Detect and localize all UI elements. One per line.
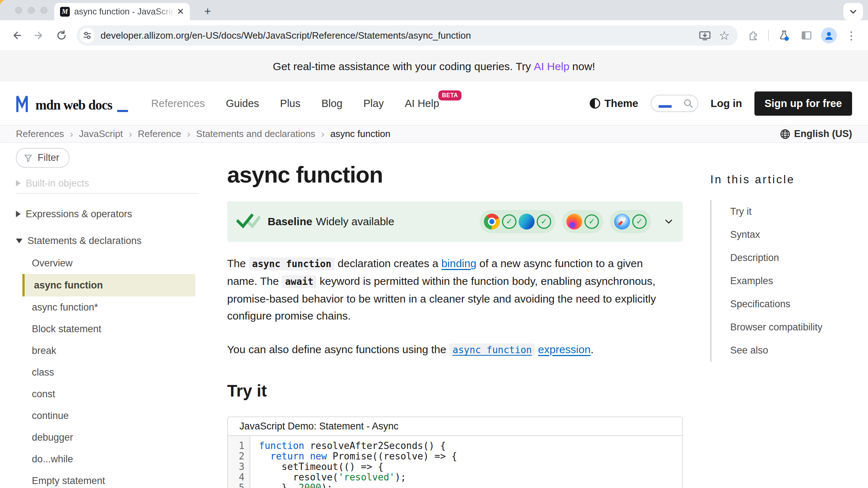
sidebar-item-break[interactable]: break — [22, 340, 195, 361]
nav-play[interactable]: Play — [363, 98, 384, 110]
forward-button[interactable] — [29, 25, 49, 46]
toc-item-examples[interactable]: Examples — [730, 269, 862, 292]
language-switcher[interactable]: English (US) — [780, 128, 852, 140]
firefox-pill: ✓ — [562, 210, 603, 233]
chrome-edge-pill: ✓ ✓ — [480, 210, 556, 233]
crumb-javascript[interactable]: JavaScript — [79, 128, 123, 140]
sidebar-item-do-while[interactable]: do...while — [22, 448, 195, 470]
menu-button[interactable]: ⋮ — [841, 25, 861, 46]
extensions-button[interactable] — [743, 25, 763, 46]
tune-icon — [82, 31, 92, 40]
experiments-button[interactable] — [774, 25, 794, 46]
toc-list: Try it Syntax Description Examples Speci… — [710, 200, 862, 362]
firefox-icon — [566, 214, 582, 230]
article: async function BaselineWidely available … — [227, 143, 683, 488]
banner-text-before: Get real-time assistance with your codin… — [273, 60, 531, 73]
site-settings-button[interactable] — [80, 28, 95, 43]
install-icon[interactable] — [699, 30, 711, 41]
code-editor[interactable]: 1 2 3 4 5 6 function resolveAfter2Second… — [228, 436, 682, 488]
puzzle-icon — [748, 30, 758, 41]
expression-link[interactable]: expression — [538, 343, 591, 355]
login-link[interactable]: Log in — [711, 98, 742, 110]
theme-icon — [589, 98, 601, 109]
reload-button[interactable] — [51, 25, 72, 46]
profile-button[interactable] — [819, 25, 839, 46]
nav-plus[interactable]: Plus — [280, 98, 300, 110]
new-tab-button[interactable]: + — [200, 4, 216, 20]
intro-paragraph: The async function declaration creates a… — [227, 255, 676, 324]
tab-search-button[interactable] — [843, 3, 863, 20]
sidebar-item-const[interactable]: const — [22, 383, 195, 405]
url-text[interactable]: developer.allizom.org/en-US/docs/Web/Jav… — [101, 30, 699, 41]
safari-needle — [618, 218, 626, 226]
line-number: 4 — [228, 472, 244, 483]
tryit-heading: Try it — [227, 381, 683, 401]
window-minimize-button[interactable] — [28, 7, 35, 14]
bookmark-star-icon[interactable]: ☆ — [719, 29, 730, 42]
toc-item-see-also[interactable]: See also — [730, 339, 862, 362]
sidebar-item-async-function-star[interactable]: async function* — [22, 296, 195, 318]
nav-blog[interactable]: Blog — [322, 98, 342, 110]
toc-item-description[interactable]: Description — [730, 246, 862, 269]
back-icon — [11, 30, 22, 41]
signup-button[interactable]: Sign up for free — [754, 91, 852, 116]
back-button[interactable] — [7, 25, 27, 46]
line-number: 1 — [228, 441, 244, 451]
mdn-favicon: M — [60, 7, 70, 17]
crumb-statements[interactable]: Statements and declarations — [196, 128, 315, 140]
reload-icon — [56, 30, 67, 41]
baseline-label: BaselineWidely available — [268, 215, 394, 228]
page-viewport: Get real-time assistance with your codin… — [0, 51, 868, 488]
window-zoom-button[interactable] — [41, 7, 47, 14]
person-icon — [824, 30, 834, 40]
crumb-references[interactable]: References — [16, 128, 64, 140]
sidebar-item-continue[interactable]: continue — [22, 405, 195, 427]
side-panel-button[interactable] — [796, 25, 817, 46]
chevron-down-icon[interactable] — [664, 217, 673, 226]
line-numbers: 1 2 3 4 5 6 — [228, 436, 250, 488]
sidebar-item-label: Expressions & operators — [26, 209, 132, 220]
binding-link[interactable]: binding — [441, 257, 476, 269]
check-circle-icon: ✓ — [632, 214, 647, 229]
expanded-triangle-icon — [16, 239, 22, 243]
sidebar-item-class[interactable]: class — [22, 361, 195, 383]
sidebar-item-overview[interactable]: Overview — [22, 252, 195, 274]
code-content[interactable]: function resolveAfter2Seconds() { return… — [250, 436, 682, 488]
toc-item-browser-compatibility[interactable]: Browser compatibility — [730, 316, 862, 339]
sidebar-item-statements[interactable]: Statements & declarations — [16, 229, 203, 252]
line-number: 5 — [228, 483, 244, 488]
tab-close-icon[interactable]: ✕ — [177, 7, 184, 17]
check-circle-icon: ✓ — [537, 214, 551, 229]
interactive-example: JavaScript Demo: Statement - Async 1 2 3… — [227, 416, 683, 488]
nav-ai-help[interactable]: AI Help BETA — [405, 98, 439, 110]
browser-tab[interactable]: M async function - JavaScript | ✕ — [54, 3, 190, 20]
toc-item-syntax[interactable]: Syntax — [730, 223, 862, 246]
nav-guides[interactable]: Guides — [226, 98, 259, 110]
sidebar-item-expressions[interactable]: Expressions & operators — [16, 202, 203, 226]
mdn-logo[interactable]: mdn web docs — [16, 94, 128, 113]
nav-references[interactable]: References — [151, 98, 205, 110]
text: . — [591, 343, 593, 355]
table-of-contents: In this article Try it Syntax Descriptio… — [710, 143, 862, 488]
sidebar-item-block-statement[interactable]: Block statement — [22, 318, 195, 340]
theme-toggle[interactable]: Theme — [589, 98, 638, 110]
address-bar[interactable]: developer.allizom.org/en-US/docs/Web/Jav… — [77, 25, 738, 46]
chevron-down-icon — [849, 7, 858, 16]
crumb-reference[interactable]: Reference — [138, 128, 181, 140]
code-line: function resolveAfter2Seconds() { — [259, 441, 682, 451]
ai-help-link[interactable]: AI Help — [534, 60, 569, 73]
window-controls — [15, 7, 47, 14]
sidebar-item-async-function-active[interactable]: async function — [22, 274, 195, 296]
async-function-expression-code-link[interactable]: async function — [449, 343, 535, 356]
sidebar-item-built-in-objects[interactable]: Built-in objects — [16, 174, 203, 192]
search-input[interactable] — [651, 95, 698, 112]
filter-button[interactable]: Filter — [16, 148, 69, 168]
browser-support-icons: ✓ ✓ ✓ ✓ — [480, 210, 673, 233]
sidebar-item-debugger[interactable]: debugger — [22, 427, 195, 448]
line-number: 3 — [228, 462, 244, 472]
window-close-button[interactable] — [15, 7, 22, 14]
baseline-banner[interactable]: BaselineWidely available ✓ ✓ ✓ — [227, 201, 683, 242]
toc-item-specifications[interactable]: Specifications — [730, 292, 862, 316]
toc-item-try-it[interactable]: Try it — [730, 200, 862, 223]
sidebar-item-empty-statement[interactable]: Empty statement — [22, 470, 195, 488]
